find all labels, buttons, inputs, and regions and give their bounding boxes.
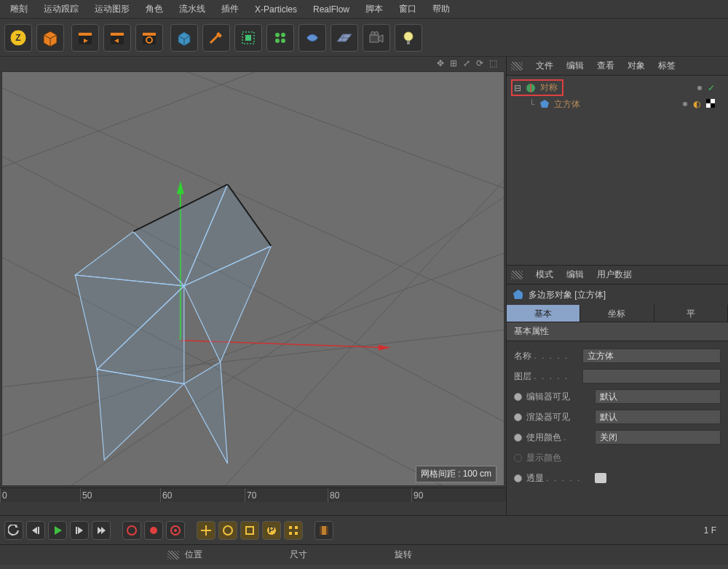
rewind-button[interactable]	[4, 521, 23, 540]
radio-icon[interactable]	[514, 393, 522, 401]
object-panel-menu: 文件 编辑 查看 对象 标签	[507, 57, 728, 76]
svg-rect-75	[320, 526, 322, 535]
menu-realflow[interactable]: RealFlow	[306, 1, 357, 17]
tab-coord[interactable]: 坐标	[580, 305, 654, 322]
menu-character[interactable]: 角色	[138, 0, 170, 18]
tree-item-symmetry[interactable]: ⊟ 对称	[511, 79, 563, 96]
camera-icon[interactable]	[363, 24, 390, 52]
radio-icon[interactable]	[514, 413, 522, 421]
top-menu-bar: 雕刻 运动跟踪 运动图形 角色 流水线 插件 X-Particles RealF…	[0, 0, 728, 19]
tree-item-cube[interactable]: └ 立方体 ◐	[507, 97, 728, 111]
menu-pipeline[interactable]: 流水线	[172, 0, 213, 18]
panel-grip-icon[interactable]	[511, 271, 523, 279]
svg-line-29	[2, 72, 293, 180]
menu-sculpt[interactable]: 雕刻	[3, 0, 35, 18]
scale-tool-button[interactable]	[240, 521, 259, 540]
xray-checkbox[interactable]	[595, 473, 606, 483]
vp-frame-icon[interactable]: ⬚	[489, 58, 497, 68]
svg-point-15	[275, 39, 280, 43]
svg-point-23	[404, 32, 413, 41]
vp-orbit-icon[interactable]: ⟳	[476, 58, 483, 68]
menu-motiontrack[interactable]: 运动跟踪	[36, 0, 86, 18]
svg-point-21	[371, 31, 375, 35]
radio-icon[interactable]	[514, 434, 522, 442]
record-button[interactable]	[122, 521, 141, 540]
render-vis-select[interactable]	[595, 410, 721, 424]
visibility-dot[interactable]	[697, 86, 702, 90]
svg-marker-61	[101, 527, 106, 534]
ruler-tick: 50	[80, 488, 92, 502]
obj-menu-file[interactable]: 文件	[530, 57, 559, 75]
autokey-button[interactable]	[166, 521, 185, 540]
clapper-gear-icon[interactable]	[135, 24, 163, 52]
svg-rect-12	[245, 35, 251, 41]
tag-phong-icon[interactable]: ◐	[693, 99, 700, 109]
tag-tex-icon[interactable]	[706, 99, 715, 110]
pen-spline-icon[interactable]	[202, 24, 230, 52]
move-tool-button[interactable]	[197, 521, 215, 540]
viewport-3d[interactable]: 网格间距 : 100 cm	[1, 71, 505, 486]
film-icon[interactable]	[314, 521, 333, 540]
svg-rect-67	[246, 527, 253, 534]
cube-icon[interactable]	[36, 24, 64, 52]
svg-text:P: P	[269, 525, 274, 535]
svg-line-25	[2, 326, 504, 391]
step-fwd-button[interactable]	[70, 521, 89, 540]
radio-icon[interactable]	[514, 454, 522, 462]
menu-help[interactable]: 帮助	[425, 0, 457, 18]
subdiv-surface-icon[interactable]	[298, 24, 326, 52]
menu-script[interactable]: 脚本	[358, 0, 390, 18]
attr-menu-userdata[interactable]: 用户数据	[591, 266, 638, 284]
key-all-button[interactable]	[144, 521, 163, 540]
use-color-select[interactable]	[595, 430, 721, 445]
attr-menu-mode[interactable]: 模式	[530, 266, 559, 284]
clapper-icon[interactable]	[71, 24, 99, 52]
svg-rect-56	[38, 527, 39, 534]
obj-menu-view[interactable]: 查看	[591, 57, 620, 75]
cloner-icon[interactable]	[266, 24, 294, 52]
attr-object-title: 多边形对象 [立方体]	[529, 289, 606, 301]
menu-xparticles[interactable]: X-Particles	[248, 1, 304, 17]
panel-grip-icon[interactable]	[511, 62, 523, 71]
name-input[interactable]	[582, 349, 721, 363]
primitive-cube-icon[interactable]	[170, 24, 198, 52]
play-button[interactable]	[48, 521, 67, 540]
obj-menu-tags[interactable]: 标签	[652, 57, 681, 75]
clapper-left-icon[interactable]	[103, 24, 131, 52]
viewport-area: ✥ ⊞ ⤢ ⟳ ⬚	[0, 57, 506, 515]
obj-menu-edit[interactable]: 编辑	[561, 57, 590, 75]
svg-rect-3	[79, 33, 92, 36]
vp-pan-icon[interactable]: ⤢	[463, 58, 470, 68]
snap-grid-button[interactable]	[284, 521, 303, 540]
svg-rect-19	[370, 35, 379, 42]
tab-more[interactable]: 平	[654, 305, 728, 322]
forward-button[interactable]	[92, 521, 111, 540]
timeline-ruler[interactable]: 0 50 60 70 80 90	[0, 488, 506, 502]
ruler-tick: 70	[245, 488, 256, 502]
object-manager-tree[interactable]: ⊟ 对称 ✓ └ 立方体 ◐	[507, 76, 728, 265]
editor-vis-select[interactable]	[595, 389, 721, 404]
visibility-dot[interactable]	[683, 102, 687, 106]
svg-marker-57	[55, 526, 62, 535]
menu-window[interactable]: 窗口	[392, 0, 424, 18]
vp-zoom-icon[interactable]: ⊞	[450, 58, 457, 68]
light-icon[interactable]	[395, 24, 422, 52]
subdivision-icon[interactable]	[234, 24, 262, 52]
obj-menu-object[interactable]: 对象	[622, 57, 651, 75]
svg-rect-6	[111, 33, 124, 36]
svg-rect-72	[289, 532, 292, 535]
axis-z-icon[interactable]: Z	[4, 24, 32, 52]
axis-p-button[interactable]: P	[262, 521, 281, 540]
expand-toggle-icon[interactable]: ⊟	[514, 83, 521, 93]
enable-check-icon[interactable]: ✓	[708, 83, 715, 93]
menu-mograph[interactable]: 运动图形	[87, 0, 137, 18]
layer-input[interactable]	[582, 369, 721, 383]
step-back-button[interactable]	[26, 521, 45, 540]
attr-menu-edit[interactable]: 编辑	[561, 266, 590, 284]
tab-basic[interactable]: 基本	[507, 305, 580, 322]
rotate-tool-button[interactable]	[218, 521, 237, 540]
radio-icon[interactable]	[514, 474, 522, 482]
floor-icon[interactable]	[331, 24, 358, 52]
vp-move-icon[interactable]: ✥	[437, 58, 444, 68]
menu-plugins[interactable]: 插件	[214, 0, 246, 18]
